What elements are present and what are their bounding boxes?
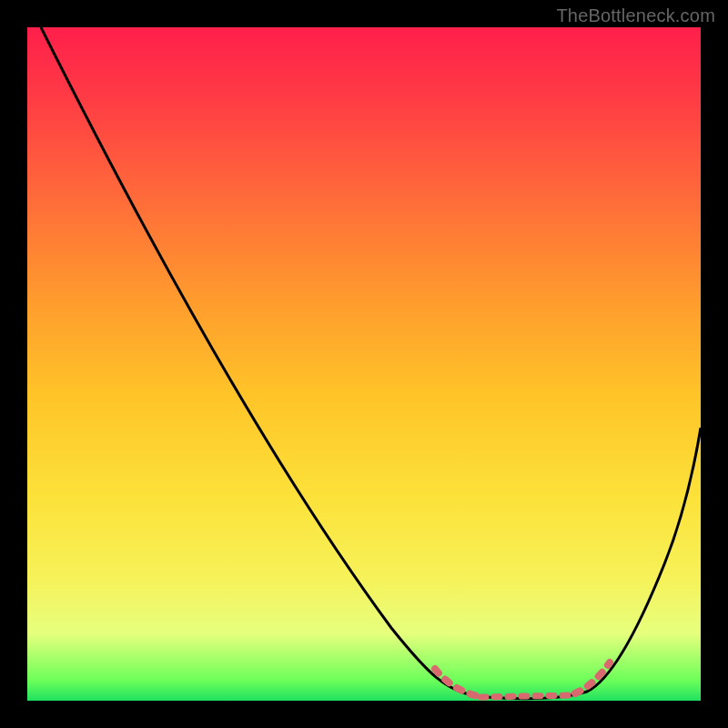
curve-svg [27,27,701,701]
bottleneck-curve-path [41,27,701,699]
watermark-text: TheBottleneck.com [556,5,715,26]
plot-area [27,27,701,701]
chart-container: TheBottleneck.com [0,0,728,728]
